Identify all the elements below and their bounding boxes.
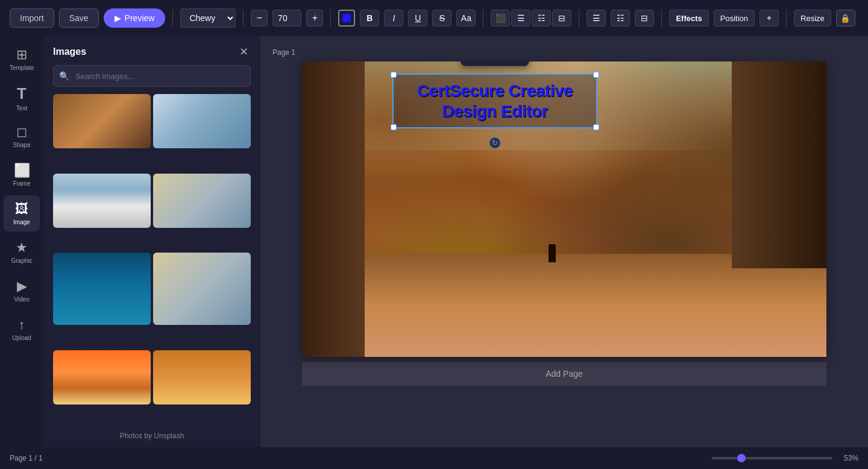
effects-button[interactable]: Effects — [669, 10, 708, 27]
float-toolbar: ⧉ 🗑 • • • — [461, 61, 529, 66]
strikethrough-button[interactable]: S — [432, 10, 451, 27]
sidebar-item-image[interactable]: 🖼 Image — [4, 195, 40, 231]
template-icon: ⊞ — [16, 47, 27, 63]
divider-3 — [330, 10, 331, 27]
handle-bottom-left[interactable] — [391, 124, 397, 130]
underline-button[interactable]: U — [408, 10, 427, 27]
align-justify-button[interactable]: ⊟ — [552, 10, 571, 27]
font-size-decrease-button[interactable]: − — [251, 10, 268, 27]
sidebar-item-label-image: Image — [13, 219, 30, 225]
position-button[interactable]: Position — [714, 10, 755, 27]
image-thumb-penguin[interactable] — [53, 174, 151, 228]
rotate-handle[interactable]: ↻ — [489, 137, 501, 149]
divider-5 — [579, 10, 579, 27]
text-box-selected[interactable]: ⧉ 🗑 • • • CertSecure Creative Design Edi… — [392, 74, 597, 128]
image-thumb-underwater[interactable] — [53, 253, 151, 325]
page-label: Page 1 — [272, 48, 295, 57]
divider-6 — [661, 10, 662, 27]
image-thumb-desert[interactable] — [53, 94, 151, 148]
canvas-area: Page 1 ⧉ 🗑 • • • — [260, 36, 868, 447]
shape-icon: ◻ — [16, 124, 27, 140]
sidebar-item-shape[interactable]: ◻ Shape — [4, 118, 40, 154]
divider-4 — [483, 10, 483, 27]
image-thumb-sunset[interactable] — [53, 350, 151, 404]
lock-button[interactable]: 🔒 — [836, 10, 855, 27]
font-size-input[interactable] — [272, 10, 301, 27]
search-icon: 🔍 — [59, 71, 69, 81]
case-button[interactable]: Aa — [456, 10, 476, 27]
images-grid — [43, 94, 260, 427]
sidebar-item-label-upload: Upload — [12, 335, 31, 341]
zoom-percentage: 53% — [837, 454, 858, 462]
delete-button[interactable]: 🗑 — [486, 61, 503, 63]
handle-top-right[interactable] — [593, 72, 599, 78]
list-indent-button[interactable]: ⊟ — [635, 10, 654, 27]
duplicate-button[interactable]: ⧉ — [466, 61, 483, 63]
sidebar-item-label-text: Text — [16, 105, 27, 112]
zoom-controls: 53% — [712, 454, 858, 462]
sidebar-item-label-frame: Frame — [13, 180, 31, 187]
preview-label: Preview — [125, 13, 155, 23]
panel-header: Images ✕ — [43, 36, 260, 65]
figure-person — [549, 244, 556, 262]
image-icon: 🖼 — [15, 201, 28, 217]
divider-2 — [243, 10, 244, 27]
import-button[interactable]: Import — [10, 8, 54, 28]
panel-footer: Photos by Unsplash — [43, 427, 260, 447]
sidebar-item-frame[interactable]: ⬜ Frame — [4, 157, 40, 193]
sidebar-item-label-template: Template — [10, 65, 34, 71]
font-family-select[interactable]: Chewy Arial Georgia — [180, 8, 236, 28]
top-toolbar: Import Save ▶ Preview Chewy Arial Georgi… — [0, 0, 868, 36]
main-content: ⊞ Template T Text ◻ Shape ⬜ Frame 🖼 Imag… — [0, 36, 868, 447]
font-size-increase-button[interactable]: + — [306, 10, 323, 27]
preview-button[interactable]: ▶ Preview — [104, 8, 166, 28]
resize-label: Resize — [800, 14, 825, 23]
panel-close-button[interactable]: ✕ — [236, 45, 251, 59]
handle-top-left[interactable] — [391, 72, 397, 78]
frame-icon: ⬜ — [14, 163, 30, 178]
handle-bottom-right[interactable] — [593, 124, 599, 130]
search-bar: 🔍 — [53, 65, 251, 87]
image-thumb-beach[interactable] — [153, 174, 251, 228]
sidebar-item-upload[interactable]: ↑ Upload — [4, 311, 40, 347]
upload-icon: ↑ — [19, 317, 25, 333]
sidebar-item-label-graphic: Graphic — [11, 257, 32, 264]
search-input[interactable] — [53, 65, 251, 87]
graphic-icon: ★ — [16, 240, 28, 256]
canvas-wrapper: ⧉ 🗑 • • • CertSecure Creative Design Edi… — [302, 61, 826, 386]
lock-icon: 🔒 — [840, 14, 851, 23]
resize-button[interactable]: Resize — [794, 10, 831, 27]
italic-button[interactable]: I — [384, 10, 403, 27]
left-sidebar: ⊞ Template T Text ◻ Shape ⬜ Frame 🖼 Imag… — [0, 36, 43, 447]
video-icon: ▶ — [17, 279, 27, 294]
canvas-ground — [302, 254, 826, 357]
sidebar-item-template[interactable]: ⊞ Template — [4, 41, 40, 77]
image-thumb-glacier[interactable] — [153, 94, 251, 148]
align-right-button[interactable]: ☷ — [532, 10, 551, 27]
sidebar-item-video[interactable]: ▶ Video — [4, 272, 40, 309]
more-options-button[interactable]: • • • — [507, 61, 524, 63]
image-thumb-long-beach[interactable] — [153, 253, 251, 325]
color-swatch — [342, 14, 351, 22]
align-left-button[interactable]: ⬛ — [491, 10, 510, 27]
align-center-button[interactable]: ☰ — [511, 10, 530, 27]
align-group: ⬛ ☰ ☷ ⊟ — [491, 10, 571, 27]
sidebar-item-text[interactable]: T Text — [4, 80, 40, 116]
position-label: Position — [720, 14, 748, 23]
bold-button[interactable]: B — [360, 10, 379, 27]
zoom-slider[interactable] — [712, 457, 832, 459]
divider-7 — [786, 10, 787, 27]
text-color-button[interactable] — [338, 10, 355, 27]
panel-footer-text: Photos by Unsplash — [120, 432, 184, 440]
sidebar-item-label-shape: Shape — [13, 142, 31, 148]
sidebar-item-graphic[interactable]: ★ Graphic — [4, 234, 40, 270]
magic-button[interactable]: ✦ — [760, 10, 779, 27]
list-num-button[interactable]: ☷ — [611, 10, 630, 27]
page-info: Page 1 / 1 — [10, 454, 43, 462]
save-button[interactable]: Save — [59, 8, 99, 28]
add-page-button[interactable]: Add Page — [302, 362, 826, 386]
image-thumb-horses[interactable] — [153, 350, 251, 404]
list-button[interactable]: ☰ — [587, 10, 606, 27]
canvas-page[interactable]: ⧉ 🗑 • • • CertSecure Creative Design Edi… — [302, 61, 826, 357]
text-icon: T — [17, 84, 27, 103]
